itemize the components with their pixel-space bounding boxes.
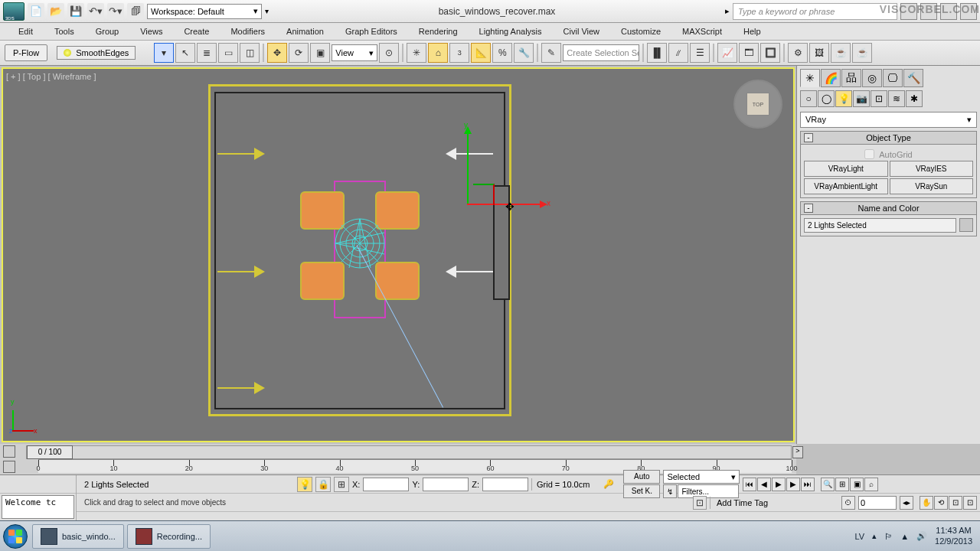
selection-lock-icon[interactable]: 💡: [297, 477, 312, 492]
play-icon[interactable]: ▶: [772, 478, 786, 491]
flag-icon[interactable]: 🏳: [884, 532, 893, 541]
goto-start-icon[interactable]: ⏮: [743, 478, 756, 491]
manipulate-icon[interactable]: ✳: [407, 43, 426, 63]
objtype-vraylight[interactable]: VRayLight: [804, 161, 888, 177]
select-rotate-icon[interactable]: ⟳: [289, 43, 309, 63]
mini-listener-icon[interactable]: [3, 445, 15, 458]
select-scale-icon[interactable]: ▣: [310, 43, 330, 63]
gizmo-plane[interactable]: [473, 184, 495, 205]
maxscript-listener[interactable]: Welcome tc: [2, 495, 74, 519]
sub-cameras[interactable]: 📷: [853, 90, 870, 107]
menu-animation[interactable]: Animation: [276, 24, 335, 38]
tab-create[interactable]: ✳: [800, 69, 820, 87]
color-swatch[interactable]: [959, 218, 973, 232]
rect-region-icon[interactable]: ▭: [218, 43, 238, 63]
title-caret-icon[interactable]: ▸: [725, 6, 730, 16]
zoom-icon[interactable]: 🔍: [821, 478, 835, 491]
connect-icon[interactable]: [900, 3, 917, 20]
volume-icon[interactable]: 🔊: [916, 531, 927, 541]
objtype-vraysun[interactable]: VRaySun: [890, 178, 974, 194]
render-setup-icon[interactable]: ⚙: [788, 43, 808, 63]
start-button[interactable]: [0, 521, 31, 552]
menu-create[interactable]: Create: [173, 24, 220, 38]
y-input[interactable]: [423, 478, 469, 491]
max-toggle-icon[interactable]: ⊡: [949, 496, 962, 510]
objtype-vrayambientlight[interactable]: VRayAmbientLight: [804, 178, 888, 194]
smooth-edges-button[interactable]: SmoothEdges: [57, 46, 136, 60]
time-slider-thumb[interactable]: 0 / 100: [27, 445, 73, 459]
z-input[interactable]: [482, 478, 528, 491]
layers-icon[interactable]: ☰: [690, 43, 710, 63]
menu-customize[interactable]: Customize: [610, 24, 671, 38]
menu-edit[interactable]: Edit: [8, 24, 44, 38]
signin-icon[interactable]: [920, 3, 937, 20]
lock-icon[interactable]: 🔒: [315, 477, 331, 492]
goto-end-icon[interactable]: ⏭: [801, 478, 815, 491]
select-object-icon[interactable]: ↖: [175, 43, 195, 63]
schematic-icon[interactable]: 🗔: [739, 43, 759, 63]
viewcube[interactable]: TOP: [733, 80, 782, 129]
renderer-dropdown[interactable]: VRay▾: [800, 112, 977, 128]
frame-input[interactable]: [858, 496, 897, 510]
sub-helpers[interactable]: ⊡: [871, 90, 887, 107]
slider-step-icon[interactable]: >: [792, 446, 803, 458]
select-move-icon[interactable]: ✥: [267, 43, 287, 63]
keyboard-shortcut-icon[interactable]: ⌂: [428, 43, 448, 63]
sub-geometry[interactable]: ○: [800, 90, 817, 107]
rollout-header[interactable]: -Object Type: [801, 132, 976, 145]
named-sel-edit-icon[interactable]: ✎: [541, 43, 561, 63]
menu-lighting-analysis[interactable]: Lighting Analysis: [469, 24, 553, 38]
open-icon[interactable]: 📂: [47, 3, 64, 20]
snap-toggle-icon[interactable]: 3: [449, 43, 469, 63]
redo-icon[interactable]: ↷▾: [107, 3, 124, 20]
tab-hierarchy[interactable]: 品: [841, 69, 861, 87]
collapse-icon[interactable]: -: [804, 204, 813, 213]
gizmo-y-axis[interactable]: [467, 130, 469, 204]
undo-icon[interactable]: ↶▾: [87, 3, 104, 20]
render-icon[interactable]: ☕: [831, 43, 851, 63]
window-crossing-icon[interactable]: ◫: [240, 43, 260, 63]
menu-modifiers[interactable]: Modifiers: [220, 24, 276, 38]
pivot-center-icon[interactable]: ⊙: [379, 43, 399, 63]
reference-coord-dropdown[interactable]: View▾: [332, 44, 377, 61]
workspace-options-icon[interactable]: ▾: [265, 7, 269, 15]
menu-maxscript[interactable]: MAXScript: [671, 24, 733, 38]
pan-icon[interactable]: ✋: [920, 496, 933, 510]
viewcube-face[interactable]: TOP: [746, 93, 769, 116]
fov-icon[interactable]: ⌕: [864, 478, 878, 491]
menu-graph-editors[interactable]: Graph Editors: [335, 24, 408, 38]
tray-arrow-icon[interactable]: ▴: [872, 531, 877, 541]
app-menu-icon[interactable]: [3, 2, 24, 21]
sub-systems[interactable]: ✱: [906, 90, 923, 107]
mirror-icon[interactable]: ▐▌: [647, 43, 667, 63]
comm-center-icon[interactable]: ⊡: [693, 496, 707, 510]
keyfilters-selected-dropdown[interactable]: Selected▾: [663, 470, 740, 484]
select-name-icon[interactable]: ≣: [197, 43, 217, 63]
tab-display[interactable]: 🖵: [883, 69, 903, 87]
orbit-icon[interactable]: ⟲: [934, 496, 948, 510]
favorites-icon[interactable]: [940, 3, 957, 20]
language-indicator[interactable]: LV: [855, 532, 865, 541]
zoom-extents-icon[interactable]: ▣: [850, 478, 864, 491]
sub-spacewarps[interactable]: ≋: [888, 90, 905, 107]
taskbar-item[interactable]: basic_windo...: [32, 524, 124, 549]
curve-editor-icon[interactable]: 📈: [717, 43, 737, 63]
help-search-input[interactable]: Type a keyword or phrase: [733, 3, 897, 20]
menu-views[interactable]: Views: [129, 24, 173, 38]
zoom-region-icon[interactable]: ⊡: [963, 496, 977, 510]
time-slider-track[interactable]: 0 / 100 >: [26, 445, 792, 459]
object-name-input[interactable]: 2 Lights Selected: [804, 218, 956, 233]
add-time-tag-button[interactable]: Add Time Tag: [710, 497, 774, 509]
tab-modify[interactable]: 🌈: [821, 69, 841, 87]
menu-help[interactable]: Help: [733, 24, 772, 38]
menu-group[interactable]: Group: [85, 24, 130, 38]
collapse-icon[interactable]: -: [804, 133, 813, 142]
autogrid-checkbox[interactable]: [864, 149, 874, 159]
viewport-label[interactable]: [ + ] [ Top ] [ Wireframe ]: [6, 72, 96, 81]
taskbar-item[interactable]: Recording...: [127, 524, 211, 549]
material-editor-icon[interactable]: 🔲: [760, 43, 780, 63]
menu-tools[interactable]: Tools: [44, 24, 85, 38]
workspace-selector[interactable]: Workspace: Default▾: [147, 4, 262, 19]
menu-rendering[interactable]: Rendering: [408, 24, 469, 38]
spinner-snap-icon[interactable]: 🔧: [514, 43, 534, 63]
